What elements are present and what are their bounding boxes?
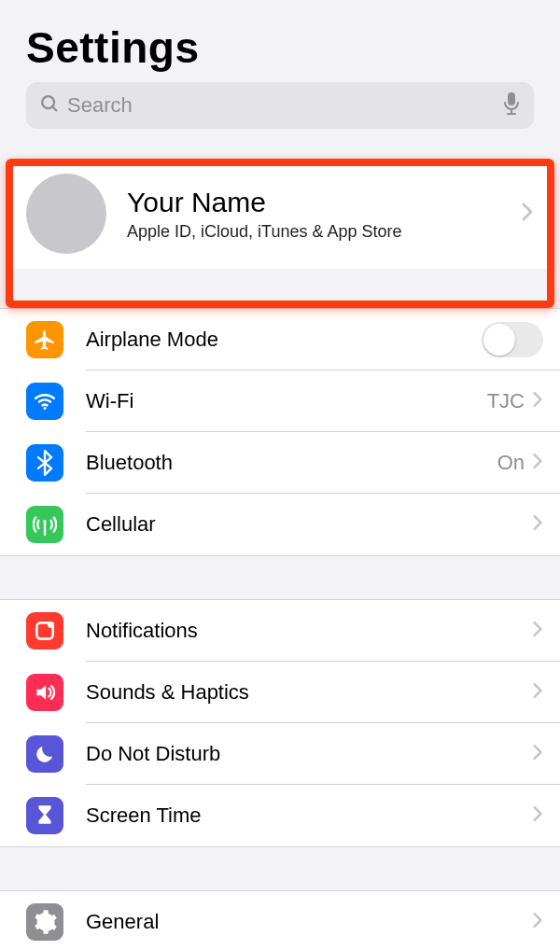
svg-point-7 [43, 520, 46, 523]
search-input[interactable] [67, 93, 502, 118]
account-name: Your Name [127, 187, 521, 218]
chevron-right-icon [532, 804, 543, 827]
account-subtitle: Apple ID, iCloud, iTunes & App Store [127, 222, 521, 242]
row-airplane-mode[interactable]: Airplane Mode [0, 309, 560, 370]
page-title: Settings [26, 22, 534, 73]
row-bluetooth[interactable]: Bluetooth On [0, 432, 560, 494]
row-do-not-disturb[interactable]: Do Not Disturb [0, 723, 560, 785]
row-wifi[interactable]: Wi-Fi TJC [0, 370, 560, 432]
microphone-icon[interactable] [502, 91, 521, 119]
chevron-right-icon [532, 681, 543, 704]
row-label: Bluetooth [86, 451, 497, 475]
toggle-knob [483, 324, 515, 356]
bluetooth-icon [26, 444, 63, 482]
row-sounds-haptics[interactable]: Sounds & Haptics [0, 662, 560, 723]
settings-group-connectivity: Airplane Mode Wi-Fi TJC [0, 308, 560, 556]
moon-icon [26, 735, 63, 773]
row-label: Notifications [86, 619, 532, 643]
row-cellular[interactable]: Cellular [0, 494, 560, 555]
settings-group-alerts: Notifications Sounds & Haptics [0, 599, 560, 847]
search-field[interactable] [26, 82, 534, 129]
notifications-icon [26, 612, 63, 650]
chevron-right-icon [532, 620, 543, 642]
gear-icon [26, 903, 63, 941]
row-general[interactable]: General [0, 891, 560, 950]
chevron-right-icon [521, 202, 534, 226]
airplane-icon [26, 321, 63, 358]
row-notifications[interactable]: Notifications [0, 600, 560, 662]
search-icon [39, 93, 60, 118]
sounds-icon [26, 674, 63, 711]
hourglass-icon [26, 797, 63, 834]
svg-point-5 [43, 407, 46, 410]
row-label: Do Not Disturb [86, 742, 532, 766]
chevron-right-icon [532, 743, 543, 765]
chevron-right-icon [532, 911, 543, 933]
svg-line-1 [52, 106, 56, 110]
settings-group-general: General [0, 890, 560, 950]
svg-point-9 [48, 622, 54, 628]
row-label: Wi-Fi [86, 389, 487, 413]
row-screen-time[interactable]: Screen Time [0, 785, 560, 846]
row-value: On [497, 451, 525, 475]
row-value: TJC [487, 389, 525, 413]
chevron-right-icon [532, 513, 543, 536]
wifi-icon [26, 383, 63, 420]
cellular-icon [26, 506, 63, 543]
avatar [26, 174, 106, 254]
row-label: Cellular [86, 512, 532, 537]
chevron-right-icon [532, 452, 543, 474]
svg-rect-2 [508, 92, 515, 105]
row-label: Sounds & Haptics [86, 680, 532, 705]
row-label: Screen Time [86, 803, 532, 828]
row-label: General [86, 910, 532, 934]
apple-id-row[interactable]: Your Name Apple ID, iCloud, iTunes & App… [13, 159, 547, 269]
row-label: Airplane Mode [86, 328, 482, 352]
airplane-toggle[interactable] [482, 322, 543, 357]
chevron-right-icon [532, 390, 543, 412]
